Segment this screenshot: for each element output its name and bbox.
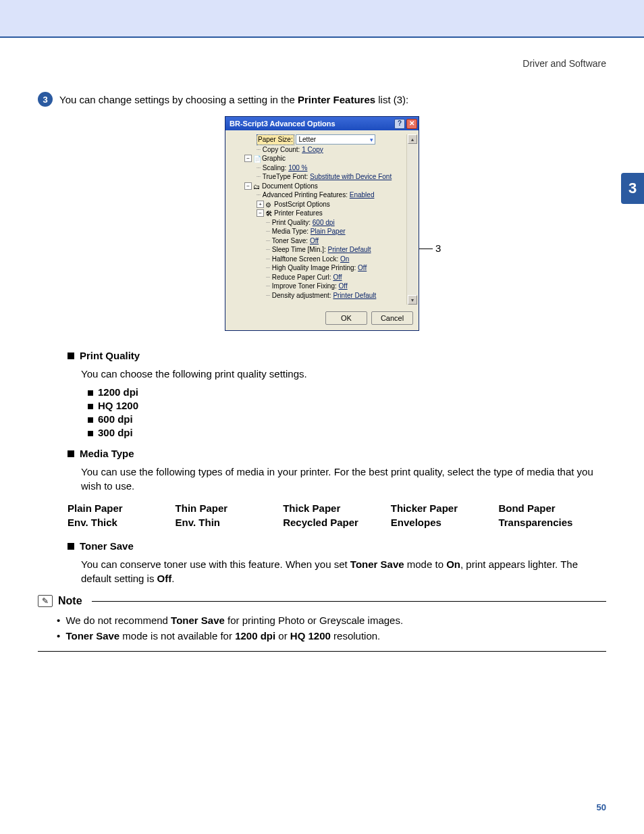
apf-value[interactable]: Enabled <box>350 190 375 200</box>
it-value[interactable]: Off <box>339 282 348 291</box>
note-bold: HQ 1200 <box>290 630 331 642</box>
media-cell: Recycled Paper <box>283 517 391 528</box>
callout-line <box>419 249 433 249</box>
dialog-titlebar[interactable]: BR-Script3 Advanced Options ? ✕ <box>225 117 419 130</box>
da-value[interactable]: Printer Default <box>333 291 376 301</box>
paper-size-label: Paper Size: <box>257 134 294 145</box>
ts-label: Toner Save: <box>272 236 308 246</box>
copy-count-label: Copy Count: <box>263 145 300 155</box>
paper-size-value: Letter <box>298 135 316 145</box>
help-button[interactable]: ? <box>394 119 405 129</box>
collapse-icon[interactable]: − <box>244 155 252 162</box>
square-bullet-icon <box>68 450 74 457</box>
hs-label: Halftone Screen Lock: <box>272 255 338 264</box>
media-type-title: Media Type <box>80 448 134 459</box>
toner-save-desc: You can conserve toner use with this fea… <box>81 557 606 585</box>
dialog-footer: OK Cancel <box>225 307 419 330</box>
close-button[interactable]: ✕ <box>406 119 417 129</box>
scroll-down-icon[interactable]: ▾ <box>408 295 417 305</box>
media-cell: Bond Paper <box>498 502 606 514</box>
pq-item-3: 300 dpi <box>98 427 133 438</box>
section-print-quality: Print Quality You can choose the followi… <box>68 350 606 438</box>
rp-label: Reduce Paper Curl: <box>272 273 331 282</box>
da-label: Density adjustment: <box>272 291 331 301</box>
note-text: mode is not available for <box>119 630 235 642</box>
collapse-icon[interactable]: − <box>257 209 264 217</box>
page-number: 50 <box>597 802 606 812</box>
scaling-value[interactable]: 100 % <box>288 163 307 173</box>
cancel-button[interactable]: Cancel <box>371 311 413 325</box>
ts-value[interactable]: Off <box>310 236 319 246</box>
square-bullet-icon <box>68 353 74 359</box>
print-quality-list: 1200 dpi HQ 1200 600 dpi 300 dpi <box>88 386 606 438</box>
note-divider <box>92 601 606 602</box>
ttfont-value[interactable]: Substitute with Device Font <box>310 172 392 182</box>
media-cell: Plain Paper <box>68 502 176 514</box>
expand-icon[interactable]: + <box>257 201 264 208</box>
collapse-icon[interactable]: − <box>244 182 252 190</box>
note-text: for printing Photo or Greyscale images. <box>225 615 403 626</box>
callout-number: 3 <box>435 242 441 254</box>
note-icon: ✎ <box>38 595 53 607</box>
note-text: resolution. <box>331 630 380 642</box>
ts-text: . <box>171 573 174 584</box>
psopt-node[interactable]: PostScript Options <box>274 200 330 209</box>
tree-scrollbar[interactable]: ▴ ▾ <box>406 134 417 305</box>
note-bottom-divider <box>38 651 606 652</box>
options-tree[interactable]: Paper Size: Letter▾ ┈ Copy Count: 1 Copy… <box>230 134 406 305</box>
postscript-icon: ⚙ <box>265 201 273 208</box>
printer-features-icon: 🛠 <box>265 209 273 217</box>
step-text-after: list (3): <box>375 94 408 105</box>
advanced-options-dialog: BR-Script3 Advanced Options ? ✕ Paper Si… <box>225 116 419 331</box>
printer-features-node[interactable]: Printer Features <box>274 209 323 218</box>
copy-count-value[interactable]: 1 Copy <box>302 145 323 155</box>
ok-button[interactable]: OK <box>325 311 367 325</box>
section-toner-save: Toner Save You can conserve toner use wi… <box>68 540 606 585</box>
step-number-badge: 3 <box>38 92 53 107</box>
pq-value[interactable]: 600 dpi <box>313 218 335 228</box>
docopt-node[interactable]: Document Options <box>262 182 318 191</box>
note-body: • We do not recommend Toner Save for pri… <box>57 613 606 644</box>
page-content: Driver and Software 3 3 You can change s… <box>0 38 644 825</box>
media-cell: Transparencies <box>498 517 606 528</box>
pq-item-1: HQ 1200 <box>98 400 138 411</box>
ttfont-label: TrueType Font: <box>263 172 308 182</box>
note-text: We do not recommend <box>65 615 171 626</box>
scaling-label: Scaling: <box>263 163 287 173</box>
pq-label: Print Quality: <box>272 218 311 228</box>
ts-text: mode to <box>404 558 447 570</box>
media-cell: Thicker Paper <box>391 502 499 514</box>
scroll-up-icon[interactable]: ▴ <box>408 134 417 144</box>
paper-size-select[interactable]: Letter▾ <box>296 134 375 145</box>
graphic-node[interactable]: Graphic <box>262 154 286 163</box>
chapter-side-tab: 3 <box>621 173 644 204</box>
ts-bold: Off <box>157 573 172 584</box>
media-cell: Env. Thin <box>176 517 284 528</box>
st-value[interactable]: Printer Default <box>328 245 371 255</box>
note-bold: 1200 dpi <box>235 630 275 642</box>
dialog-body: Paper Size: Letter▾ ┈ Copy Count: 1 Copy… <box>225 130 419 307</box>
chevron-down-icon[interactable]: ▾ <box>370 136 373 144</box>
hq-value[interactable]: Off <box>358 263 367 273</box>
square-bullet-icon <box>88 431 93 436</box>
square-bullet-icon <box>68 543 74 550</box>
step-text-bold: Printer Features <box>298 94 375 105</box>
mt-value[interactable]: Plain Paper <box>311 227 346 236</box>
media-cell: Env. Thick <box>68 517 176 528</box>
hs-value[interactable]: On <box>340 255 349 264</box>
toner-save-title: Toner Save <box>80 540 134 552</box>
note-bold: Toner Save <box>65 630 119 642</box>
header-section-label: Driver and Software <box>38 58 606 69</box>
media-cell: Envelopes <box>391 517 499 528</box>
ts-bold: On <box>446 558 460 570</box>
top-banner <box>0 0 644 36</box>
note-block: ✎ Note • We do not recommend Toner Save … <box>38 595 606 652</box>
square-bullet-icon <box>88 417 93 423</box>
section-media-type: Media Type You can use the following typ… <box>68 448 606 493</box>
square-bullet-icon <box>88 404 93 409</box>
step-row: 3 You can change settings by choosing a … <box>38 92 606 107</box>
apf-label: Advanced Printing Features: <box>263 190 348 200</box>
it-label: Improve Toner Fixing: <box>272 282 337 291</box>
document-options-icon: 🗂 <box>253 182 261 190</box>
rp-value[interactable]: Off <box>333 273 342 282</box>
